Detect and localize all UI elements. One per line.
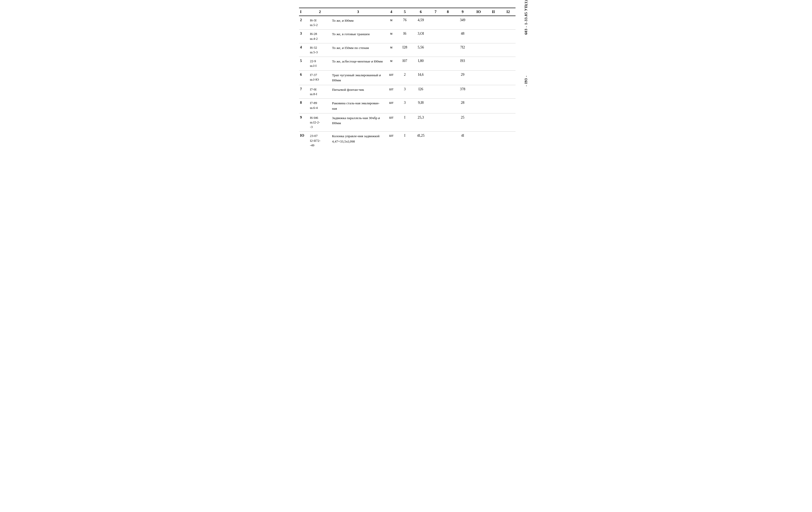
header-col5: 5 <box>397 8 412 16</box>
table-row: 4I6-32 ш.5-3То же, ø I50мм по стенаммI28… <box>299 43 516 57</box>
cell-9-6: 4I,25 <box>412 132 429 150</box>
cell-2-5: I6 <box>397 30 412 43</box>
cell-2-2: I6-28 ш.4-2 <box>309 30 331 43</box>
cell-5-11 <box>486 71 501 85</box>
cell-1-9: 349 <box>454 16 471 30</box>
cell-4-5: I07 <box>397 57 412 71</box>
cell-4-2: 22-9 ш.I-I <box>309 57 331 71</box>
cell-7-11 <box>486 99 501 113</box>
cell-6-11 <box>486 85 501 99</box>
header-col12: I2 <box>501 8 516 16</box>
side-label-top-text: 603 - 1-33.85 УП(1) <box>524 0 528 37</box>
cell-2-7 <box>429 30 442 43</box>
main-table: I 2 3 4 5 6 7 8 9 IO II I2 2I6-3I ш.5-2Т… <box>299 8 516 150</box>
cell-3-11 <box>486 43 501 57</box>
cell-1-4: м <box>385 16 397 30</box>
cell-8-4: шт <box>385 113 397 132</box>
cell-6-5: 3 <box>397 85 412 99</box>
cell-8-5: I <box>397 113 412 132</box>
cell-4-11 <box>486 57 501 71</box>
cell-8-2: I6-I46 ш.I2-2- -3 <box>309 113 331 132</box>
table-row: 522-9 ш.I-IТо же, асбестоце-ментные ø I0… <box>299 57 516 71</box>
cell-7-2: I7-89 ш.6-4 <box>309 99 331 113</box>
cell-3-12 <box>501 43 516 57</box>
cell-5-2: I7-37 ш.I-IO <box>309 71 331 85</box>
cell-6-9: 378 <box>454 85 471 99</box>
cell-1-8 <box>442 16 454 30</box>
header-col2: 2 <box>309 8 331 16</box>
side-label-right: 603 - 1-33.85 УП(1) - I93 - <box>524 0 528 157</box>
side-label-bottom-text: - I93 - <box>524 76 528 86</box>
cell-9-2: 23-07 I2-II72- -49 <box>309 132 331 150</box>
cell-5-6: I4,6 <box>412 71 429 85</box>
cell-4-1: 5 <box>299 57 309 71</box>
cell-7-3: Раковина сталь-ная эмалирован-ная <box>331 99 385 113</box>
cell-7-5: 3 <box>397 99 412 113</box>
cell-1-2: I6-3I ш.5-2 <box>309 16 331 30</box>
cell-4-3: То же, асбестоце-ментные ø I00мм <box>331 57 385 71</box>
cell-7-10 <box>471 99 486 113</box>
cell-9-8 <box>442 132 454 150</box>
header-col7: 7 <box>429 8 442 16</box>
cell-7-1: 8 <box>299 99 309 113</box>
cell-1-10 <box>471 16 486 30</box>
cell-2-6: 3,OI <box>412 30 429 43</box>
header-col8: 8 <box>442 8 454 16</box>
cell-2-10 <box>471 30 486 43</box>
header-col11: II <box>486 8 501 16</box>
cell-8-7 <box>429 113 442 132</box>
cell-9-12 <box>501 132 516 150</box>
page-container: I 2 3 4 5 6 7 8 9 IO II I2 2I6-3I ш.5-2Т… <box>291 0 521 157</box>
cell-7-7 <box>429 99 442 113</box>
cell-7-12 <box>501 99 516 113</box>
cell-8-9: 25 <box>454 113 471 132</box>
cell-9-5: I <box>397 132 412 150</box>
table-row: 3I6-28 ш.4-2То же, в готовые траншеимI63… <box>299 30 516 43</box>
cell-1-1: 2 <box>299 16 309 30</box>
header-col9: 9 <box>454 8 471 16</box>
cell-5-7 <box>429 71 442 85</box>
cell-1-7 <box>429 16 442 30</box>
cell-6-10 <box>471 85 486 99</box>
header-col6: 6 <box>412 8 429 16</box>
cell-3-10 <box>471 43 486 57</box>
table-row: 8I7-89 ш.6-4Раковина сталь-ная эмалирова… <box>299 99 516 113</box>
table-row: 2I6-3I ш.5-2То же, ø I00ммм764,59349 <box>299 16 516 30</box>
table-row: 6I7-37 ш.I-IOТрап чугунный эмалированный… <box>299 71 516 85</box>
table-row: IO23-07 I2-II72- -49Колонка управле-ния … <box>299 132 516 150</box>
cell-9-9: 4I <box>454 132 471 150</box>
table-row: 9I6-I46 ш.I2-2- -3Задвижка параллель-ная… <box>299 113 516 132</box>
cell-6-12 <box>501 85 516 99</box>
cell-9-1: IO <box>299 132 309 150</box>
cell-8-8 <box>442 113 454 132</box>
cell-4-9: I93 <box>454 57 471 71</box>
cell-3-7 <box>429 43 442 57</box>
cell-2-8 <box>442 30 454 43</box>
cell-3-3: То же, ø I50мм по стенам <box>331 43 385 57</box>
cell-8-10 <box>471 113 486 132</box>
cell-6-7 <box>429 85 442 99</box>
cell-4-10 <box>471 57 486 71</box>
cell-3-9: 7I2 <box>454 43 471 57</box>
cell-8-12 <box>501 113 516 132</box>
cell-4-6: I,80 <box>412 57 429 71</box>
header-col4: 4 <box>385 8 397 16</box>
cell-3-6: 5,56 <box>412 43 429 57</box>
table-row: 7I7-9I ш.8-IПитьевой фонтан-чикшт3I26378 <box>299 85 516 99</box>
cell-3-1: 4 <box>299 43 309 57</box>
cell-5-9: 29 <box>454 71 471 85</box>
cell-5-10 <box>471 71 486 85</box>
cell-8-6: 25,3 <box>412 113 429 132</box>
cell-8-11 <box>486 113 501 132</box>
cell-3-2: I6-32 ш.5-3 <box>309 43 331 57</box>
cell-7-8 <box>442 99 454 113</box>
header-col3: 3 <box>331 8 385 16</box>
cell-6-6: I26 <box>412 85 429 99</box>
cell-1-11 <box>486 16 501 30</box>
cell-8-1: 9 <box>299 113 309 132</box>
cell-5-3: Трап чугунный эмалированный ø I00мм <box>331 71 385 85</box>
cell-5-4: шт <box>385 71 397 85</box>
cell-2-12 <box>501 30 516 43</box>
cell-5-12 <box>501 71 516 85</box>
cell-4-7 <box>429 57 442 71</box>
